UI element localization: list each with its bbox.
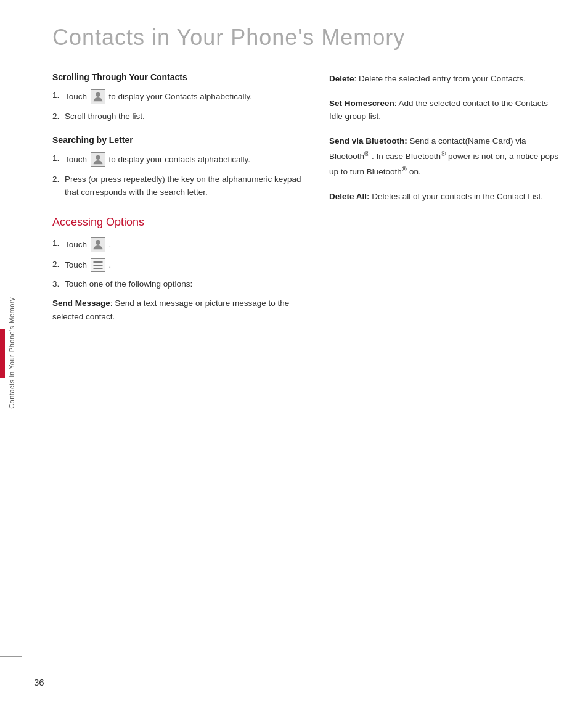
list-content: Press (or press repeatedly) the key on t…	[65, 173, 304, 199]
delete-all-label: Delete All:	[329, 192, 370, 201]
svg-point-0	[96, 92, 100, 97]
svg-rect-5	[93, 268, 102, 269]
list-number: 3.	[52, 278, 65, 290]
list-item: 1. Touch to display your contacts alphab…	[52, 152, 304, 167]
send-message-para: Send Message: Send a text message or pic…	[52, 297, 304, 323]
list-item: 2. Scroll through the list.	[52, 110, 304, 123]
section-searching-heading: Searching by Letter	[52, 135, 304, 145]
delete-label: Delete	[329, 74, 354, 83]
list-content: Touch .	[65, 258, 304, 272]
list-item: 2. Press (or press repeatedly) the key o…	[52, 173, 304, 199]
svg-point-1	[96, 155, 100, 160]
delete-text: : Delete the selected entry from your Co…	[354, 74, 526, 83]
columns-layout: Scrolling Through Your Contacts 1. Touch…	[52, 72, 563, 334]
list-content: Touch to display your Contacts alphabeti…	[65, 89, 304, 104]
list-item: 2. Touch .	[52, 258, 304, 272]
list-number: 1.	[52, 152, 65, 165]
svg-rect-3	[93, 261, 102, 263]
side-tab: Contacts in Your Phone's Memory	[0, 0, 23, 706]
delete-all-text: Deletes all of your contacts in the Cont…	[370, 192, 543, 201]
send-bluetooth-label: Send via Bluetooth:	[329, 136, 407, 146]
delete-para: Delete: Delete the selected entry from y…	[329, 72, 563, 86]
list-number: 2.	[52, 258, 65, 271]
list-number: 2.	[52, 110, 65, 123]
list-item: 3. Touch one of the following options:	[52, 278, 304, 290]
list-number: 2.	[52, 173, 65, 186]
person-icon	[91, 89, 105, 104]
side-divider-top	[0, 292, 22, 292]
svg-point-2	[96, 240, 100, 244]
menu-icon	[91, 258, 105, 272]
left-column: Scrolling Through Your Contacts 1. Touch…	[52, 72, 304, 334]
set-homescreen-label: Set Homescreen	[329, 99, 394, 108]
svg-rect-4	[93, 265, 102, 266]
section-scrolling-heading: Scrolling Through Your Contacts	[52, 72, 304, 82]
page-number: 36	[34, 677, 44, 688]
person-icon	[91, 152, 105, 167]
main-content: Contacts in Your Phone's Memory Scrollin…	[34, 0, 588, 359]
right-column: Delete: Delete the selected entry from y…	[329, 72, 563, 334]
set-homescreen-para: Set Homescreen: Add the selected contact…	[329, 97, 563, 123]
list-item: 1. Touch .	[52, 237, 304, 252]
side-tab-bar	[0, 329, 5, 378]
list-number: 1.	[52, 89, 65, 102]
side-divider-bottom	[0, 656, 22, 657]
send-message-label: Send Message	[52, 298, 110, 308]
side-tab-text: Contacts in Your Phone's Memory	[8, 297, 15, 409]
send-bluetooth-para: Send via Bluetooth: Send a contact(Name …	[329, 134, 563, 179]
list-content: Scroll through the list.	[65, 110, 304, 123]
accessing-options-heading: Accessing Options	[52, 216, 304, 229]
list-content: Touch one of the following options:	[65, 278, 304, 290]
list-item: 1. Touch to display your Contacts alphab…	[52, 89, 304, 104]
list-number: 1.	[52, 237, 65, 250]
person-icon	[91, 237, 105, 252]
list-content: Touch .	[65, 237, 304, 252]
page-container: Contacts in Your Phone's Memory Contacts…	[0, 0, 588, 706]
list-content: Touch to display your contacts alphabeti…	[65, 152, 304, 167]
delete-all-para: Delete All: Deletes all of your contacts…	[329, 190, 563, 203]
page-title: Contacts in Your Phone's Memory	[52, 25, 563, 51]
